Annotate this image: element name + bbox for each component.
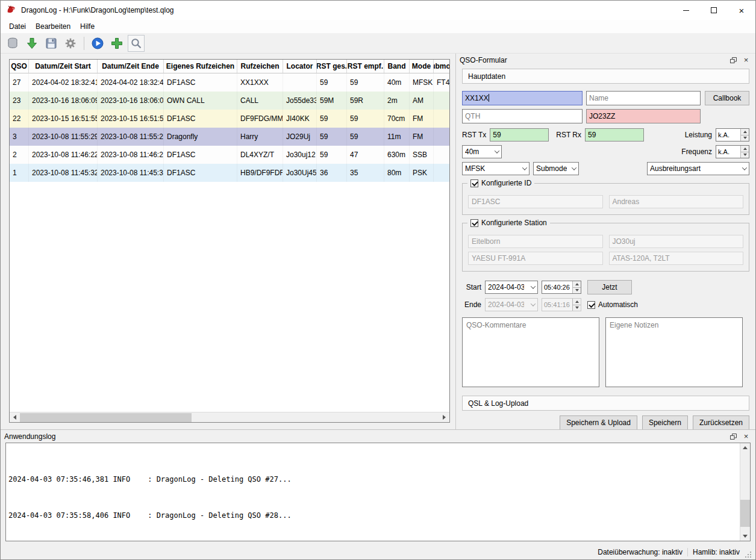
spin-down-icon[interactable] [741,135,749,142]
column-header-band[interactable]: Band [384,60,410,73]
hamlib-status: Hamlib: inaktiv [693,548,740,556]
vertical-scrollbar[interactable] [740,443,750,541]
dock-close-icon[interactable]: × [740,431,752,441]
cell-rufzeichen: DF9FDG/MM [237,110,283,128]
scroll-right-arrow-icon[interactable] [439,412,449,423]
spin-down-icon[interactable] [741,152,749,158]
table-row[interactable]: 22 2023-10-15 16:51:55 2023-10-15 16:51:… [10,110,449,128]
add-qso-plus-icon[interactable] [108,35,125,52]
call-input[interactable]: XX1XX [462,91,583,105]
settings-gear-icon[interactable] [62,35,79,52]
ende-label: Ende [462,300,481,309]
column-header-rufzeichen[interactable]: Rufzeichen [237,60,283,73]
resize-grip[interactable] [745,551,753,559]
column-header-eigenes-rufzeichen[interactable]: Eigenes Rufzeichen [164,60,237,73]
cell-locator: JO29Uj [283,128,317,146]
table-row[interactable]: 1 2023-10-08 11:45:32 2023-10-08 11:45:3… [10,164,449,182]
scroll-left-arrow-icon[interactable] [10,412,20,423]
horizontal-scrollbar[interactable] [10,412,449,422]
cell-rst-empf: 47 [347,146,384,164]
qso-form-dock: QSO-Formular × Hauptdaten XX1XX Name Cal… [455,54,755,429]
start-date-value: 2024-04-03 [488,283,524,291]
table-row[interactable]: 2 2023-10-08 11:46:22 2023-10-08 11:46:2… [10,146,449,164]
dock-close-icon[interactable]: × [740,55,752,65]
name-input[interactable]: Name [586,91,701,105]
chevron-down-icon [531,284,536,288]
start-date-select[interactable]: 2024-04-03 [485,281,538,294]
rst-tx-input[interactable]: 59 [490,128,549,142]
scroll-down-arrow-icon[interactable] [740,532,750,541]
ausbreitungsart-select[interactable]: Ausbreitungsart [647,162,749,175]
rst-rx-input[interactable]: 59 [585,128,644,142]
leistung-spinner[interactable]: k.A. [716,128,749,142]
column-header-mode[interactable]: Mode [410,60,434,73]
table-row[interactable]: 3 2023-10-08 11:55:29 2023-10-08 11:55:2… [10,128,449,146]
column-header-rst-empf[interactable]: RST empf. [347,60,384,73]
horizontal-scrollbar-thumb[interactable] [20,413,192,422]
automatisch-checkbox[interactable] [587,301,595,309]
band-select[interactable]: 40m [462,145,502,158]
maximize-button[interactable] [700,1,728,20]
column-header-rst-ges[interactable]: RST ges. [317,60,347,73]
close-button[interactable]: × [728,1,755,20]
dock-float-icon[interactable] [728,431,739,441]
konfigurierte-station-label: Konfigurierte Station [481,219,547,227]
jetzt-button[interactable]: Jetzt [587,280,632,294]
logbook-database-icon[interactable] [4,35,21,52]
log-lines: 2024-04-03 07:35:46,381 INFO : DragonLog… [6,443,740,541]
app-window: DragonLog - H:\Funk\DragonLog\temp\test.… [0,0,756,560]
qso-kommentare-textarea[interactable]: QSO-Kommentare [462,317,599,387]
callbook-button[interactable]: Callbook [705,91,749,105]
start-time-spinner[interactable]: 05:40:26 [542,281,581,294]
locator-input[interactable]: JO23ZZ [586,109,701,123]
column-header-ende[interactable]: Datum/Zeit Ende [98,60,164,73]
minimize-button[interactable] [672,1,700,20]
search-icon[interactable] [128,35,145,52]
cell-mode: MFSK [410,73,434,92]
column-header-start[interactable]: Datum/Zeit Start [29,60,98,73]
konfigurierte-id-checkbox[interactable] [470,179,478,187]
qth-input[interactable]: QTH [462,109,583,123]
cell-band: 80m [384,164,410,182]
eigene-notizen-placeholder: Eigene Notizen [610,321,658,329]
band-value: 40m [465,148,479,156]
cell-qso: 22 [10,110,29,128]
cell-locator: Jo30uj12 [283,146,317,164]
konfigurierte-station-checkbox[interactable] [470,219,478,227]
submode-select[interactable]: Submode [533,162,579,175]
menu-hilfe[interactable]: Hilfe [75,20,99,33]
dock-float-icon[interactable] [728,55,739,65]
log-table-pane: QSO Datum/Zeit Start Datum/Zeit Ende Eig… [1,54,455,429]
qso-table: QSO Datum/Zeit Start Datum/Zeit Ende Eig… [9,59,450,423]
anwendungslog-dock-title: Anwendungslog × [1,430,755,443]
zuruecksetzen-button[interactable]: Zurücksetzen [693,415,749,429]
scroll-up-arrow-icon[interactable] [740,443,750,452]
speichern-button[interactable]: Speichern [642,415,688,429]
spin-up-icon[interactable] [741,129,749,135]
spin-up-icon[interactable] [573,281,581,288]
spin-up-icon[interactable] [741,146,749,152]
cell-qso: 1 [10,164,29,182]
speichern-upload-button[interactable]: Speichern & Upload [560,415,637,429]
table-row[interactable]: 27 2024-04-02 18:32:41 2024-04-02 18:32:… [10,73,449,92]
menu-bearbeiten[interactable]: Bearbeiten [31,20,75,33]
section-qsl-log-upload[interactable]: QSL & Log-Upload [462,396,749,411]
column-header-qso[interactable]: QSO [10,60,29,73]
station-locator-input: JO30uj [609,235,744,248]
start-watch-play-icon[interactable] [89,35,106,52]
spin-down-icon[interactable] [573,288,581,294]
vertical-scrollbar-thumb[interactable] [740,500,750,527]
section-hauptdaten[interactable]: Hauptdaten [462,69,749,84]
table-row[interactable]: 23 2023-10-16 18:06:09 2023-10-16 18:06:… [10,92,449,110]
cell-ende: 2023-10-08 11:45:32 [98,164,164,182]
import-download-icon[interactable] [23,35,40,52]
mode-select[interactable]: MFSK [462,162,530,175]
statusbar-separator [687,548,688,556]
column-header-locator[interactable]: Locator [283,60,317,73]
save-icon[interactable] [43,35,60,52]
column-header-submode[interactable]: Submode [434,60,450,73]
toolbar [1,33,755,54]
menu-datei[interactable]: Datei [4,20,31,33]
eigene-notizen-textarea[interactable]: Eigene Notizen [605,317,743,387]
frequenz-spinner[interactable]: k.A. [716,145,749,158]
